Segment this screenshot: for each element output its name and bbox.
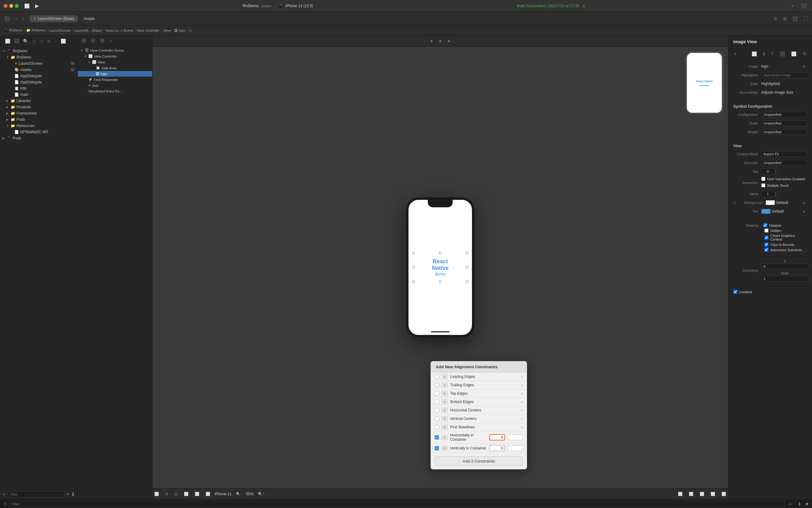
add-sidebar-button[interactable]: + [66,492,69,497]
sidebar-item-rndemo[interactable]: ▼ 📁 RnDemo [0,54,78,60]
right-sidebar-toggle[interactable]: ⬛ [799,3,808,9]
autoresize-row[interactable]: Autoresize Subviews [764,248,807,252]
image-select-btn[interactable]: ⊕ [801,64,807,70]
user-interaction-row[interactable]: User Interaction Enabled [761,177,805,181]
sidebar-item-frameworks[interactable]: ▶ 📁 Frameworks [0,110,78,116]
maximize-button[interactable] [15,4,19,8]
clips-bounds-checkbox[interactable] [764,243,768,247]
sidebar-item-products[interactable]: ▶ 📁 Products [0,104,78,110]
status-filter-input[interactable] [9,501,784,507]
prop-scale-select[interactable]: Unspecified [761,121,807,126]
v-container-checkbox[interactable] [435,446,439,451]
handle-mid-right[interactable] [466,266,468,269]
canvas-footer-right-3[interactable]: ⬜ [698,491,706,497]
sidebar-item-appdelegate-m[interactable]: 📄 AppDelegate [0,79,78,85]
sidebar-icon-5[interactable]: ◇ [39,38,44,44]
sidebar-toggle-button[interactable]: ⬜ [22,3,32,9]
sidebar-item-libraries[interactable]: ▶ 📁 Libraries [0,98,78,104]
handle-bottom-center[interactable] [439,281,442,283]
prop-alpha-input[interactable] [762,192,774,197]
installed-checkbox[interactable] [733,290,737,294]
canvas-footer-right-2[interactable]: ⬜ [687,491,695,497]
handle-top-left[interactable] [412,252,415,254]
v-container-input[interactable] [489,445,505,451]
alpha-increment[interactable]: ▲ [774,191,777,194]
sidebar-item-main[interactable]: 📄 main [0,91,78,98]
clears-graphics-checkbox[interactable] [764,236,768,240]
vcenters-checkbox[interactable] [435,417,439,421]
canvas-footer-btn-2[interactable]: ⊕ [163,491,170,497]
nav-btn-3[interactable]: ⬛ [98,37,106,44]
h-container-checkbox[interactable] [435,435,439,439]
sidebar-item-pods-nested[interactable]: ▶ 📁 Pods [0,116,78,123]
nav-item-vc[interactable]: ▼ ⬜ View Controller [78,53,152,59]
handle-bottom-left[interactable] [412,281,415,283]
rp-icon-3[interactable]: ? [769,50,775,57]
sidebar-icon-2[interactable]: ⬛ [13,38,20,44]
zoom-out-button[interactable]: 🔍- [234,491,243,497]
highlighted-select-btn[interactable]: ⊕ [810,72,812,78]
add-constraints-button[interactable]: Add 2 Constraints [435,456,523,466]
sidebar-item-launchscreen[interactable]: ✕ LaunchScreen M [0,60,78,67]
canvas-footer-right-4[interactable]: ⬜ [709,491,717,497]
autoresize-checkbox[interactable] [764,248,768,252]
grid-button[interactable]: ⊞ [781,15,789,23]
sidebar-item-appdelegate-h[interactable]: 📄 AppDelegate [0,73,78,79]
sidebar-icon-8[interactable]: ⬜ [59,38,67,44]
installed-row[interactable]: Installed [733,290,807,294]
tag-increment[interactable]: ▲ [774,169,777,171]
nav-back-button[interactable]: ⬛ [2,15,11,23]
nav-btn-2[interactable]: ⬛ [89,37,97,44]
h-container-select[interactable] [507,434,523,440]
handle-top-center[interactable] [439,252,442,254]
canvas-footer-btn-3[interactable]: ◎ [173,491,180,497]
rp-icon-4[interactable]: ⬛ [778,50,787,57]
nav-item-logo[interactable]: 🖼 logo [78,71,152,77]
handle-mid-left[interactable] [412,266,415,269]
canvas-footer-btn-5[interactable]: ⬜ [193,491,201,497]
multiple-touch-row[interactable]: Multiple Touch [761,183,805,187]
canvas-btn-3[interactable]: ● [446,38,452,44]
user-interaction-checkbox[interactable] [761,177,765,181]
prop-tag-input[interactable] [762,169,774,174]
canvas-btn-1[interactable]: ● [428,38,435,44]
sidebar-icon-7[interactable]: ○ [53,38,58,44]
play-button[interactable]: ▶ [35,3,39,9]
canvas-footer-right-5[interactable]: ⬜ [720,491,728,497]
rp-icon-1[interactable]: ⬜ [750,50,759,57]
tab-launchscreen[interactable]: ✕ LaunchScreen (Base) [30,15,78,22]
layout-button[interactable]: ⬛ [791,15,800,23]
tint-select-btn[interactable]: ⊕ [801,209,807,214]
canvas-footer-btn-4[interactable]: ⬜ [182,491,190,497]
sidebar-icon-3[interactable]: 🔍 [22,38,30,44]
nav-left-button[interactable]: ‹ [13,15,19,23]
prop-semantic-select[interactable]: Unspecified [761,160,807,166]
nav-item-storyboard-entry[interactable]: → Storyboard Entry Po... [78,88,152,94]
baselines-checkbox[interactable] [435,425,439,429]
filter-input[interactable] [7,491,64,497]
nav-item-first-responder[interactable]: ⚡ First Responder [78,77,152,83]
sidebar-item-dfwawasco[interactable]: 📄 DFWaWaSC-W5 [0,129,78,135]
top-edges-checkbox[interactable] [435,391,439,396]
expand-button[interactable]: ⛶ [802,15,810,23]
sort-sidebar-button[interactable]: ⬇ [71,492,75,497]
background-select-btn[interactable]: ⊕ [801,200,807,206]
rp-icon-5[interactable]: ⬜ [789,50,798,57]
prop-highlighted-input[interactable] [761,72,809,78]
multiple-touch-checkbox[interactable] [761,183,765,187]
trailing-edges-checkbox[interactable] [435,383,439,387]
plus-button[interactable]: + [789,2,796,10]
v-container-select[interactable] [507,446,523,451]
tag-decrement[interactable]: ▼ [774,171,777,174]
close-button[interactable] [4,4,7,8]
canvas-btn-2[interactable]: ● [437,38,443,44]
hidden-checkbox[interactable] [764,228,768,232]
clears-graphics-row[interactable]: Clears Graphics Context [764,234,807,241]
stretching-w-input[interactable] [761,276,809,282]
zoom-in-button[interactable]: 🔍+ [256,491,267,497]
opaque-checkbox[interactable] [763,223,767,227]
canvas-footer-btn-6[interactable]: ⬜ [204,491,212,497]
leading-edges-checkbox[interactable] [435,375,439,379]
nav-btn-4[interactable]: + [108,37,113,44]
stretching-x-input[interactable] [761,264,809,269]
